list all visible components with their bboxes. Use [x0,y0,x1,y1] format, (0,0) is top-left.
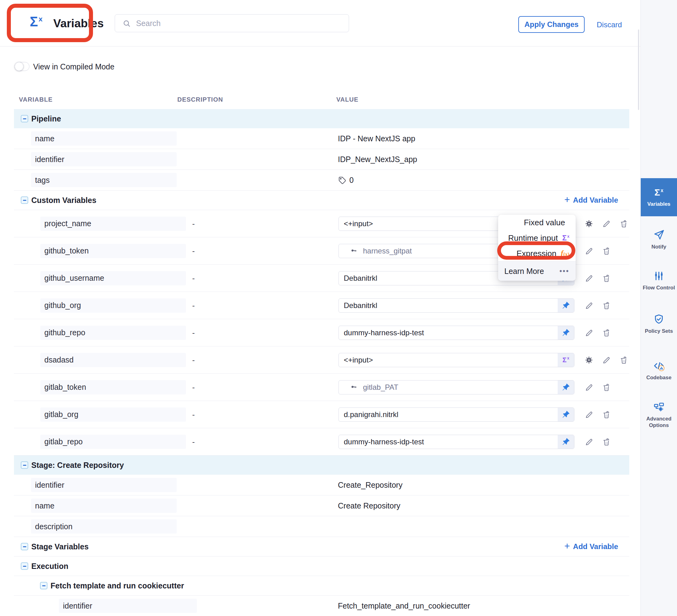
section-row-execution: Execution [14,557,629,576]
compiled-mode-label: View in Compiled Mode [33,62,115,71]
variable-description: - [192,410,195,419]
trash-icon[interactable] [602,274,611,283]
collapse-icon[interactable] [21,562,28,570]
variable-name: gitlab_repo [40,435,186,449]
search-icon [123,19,131,28]
pencil-icon[interactable] [584,246,594,256]
sidebar-item-policy-sets[interactable]: Policy Sets [641,314,677,334]
variable-name: github_org [40,298,186,313]
variable-name: name [31,499,177,513]
row-actions [584,410,611,419]
gear-icon[interactable] [584,356,594,365]
value-text: Debanitrkl [339,301,558,310]
row-actions [584,328,611,337]
trash-icon[interactable] [619,219,628,228]
value-input-gitlab_repo[interactable]: dummy-harness-idp-test [338,435,574,449]
trash-icon[interactable] [602,328,611,337]
value-input-github_org[interactable]: Debanitrkl [338,298,574,313]
collapse-icon[interactable] [21,543,28,550]
section-label: Fetch template and run cookiecutter [50,581,184,590]
trash-icon[interactable] [602,301,611,310]
apply-changes-button[interactable]: Apply Changes [518,16,585,33]
section-row-stage-create-repository: Stage: Create Repository [14,456,629,475]
variable-name: project_name [40,217,186,231]
collapse-icon[interactable] [21,461,28,469]
value-text: dummy-harness-idp-test [339,437,558,446]
trash-icon[interactable] [602,246,611,256]
trash-icon[interactable] [619,356,628,365]
pin-badge[interactable] [558,435,574,449]
collapse-icon[interactable] [40,582,47,589]
search-box[interactable] [115,14,349,32]
menu-item-fixed-value[interactable]: Fixed value [498,215,576,230]
value-text: gitlab_PAT [359,383,558,392]
scrollbar-thumb[interactable] [638,30,639,110]
pencil-icon[interactable] [584,437,594,446]
add-variable-button[interactable]: +Add Variable [565,542,619,551]
menu-item-runtime-input[interactable]: Runtime input Σx [498,230,576,246]
compiled-mode-toggle[interactable] [14,62,30,71]
variable-name: gitlab_token [40,380,186,394]
add-variable-label: Add Variable [573,542,618,551]
variable-value: 0 [338,176,354,185]
trash-icon[interactable] [602,383,611,392]
column-variable: VARIABLE [19,96,53,103]
table-row-gitlab_org: gitlab_org-d.panigrahi.nitrkl [14,401,629,428]
menu-item-expression[interactable]: Expression f(x) [498,246,576,261]
value-text: dummy-harness-idp-test [339,328,558,337]
variable-name: tags [31,173,177,187]
pencil-icon[interactable] [584,301,594,310]
sidebar-item-advanced-options[interactable]: Advanced Options [641,401,677,429]
value-input-gitlab_org[interactable]: d.panigrahi.nitrkl [338,408,574,422]
add-variable-button[interactable]: +Add Variable [565,196,619,204]
variable-description: - [192,356,195,364]
table-row-gitlab_repo: gitlab_repo-dummy-harness-idp-test [14,428,629,456]
variable-value: IDP_New_NextJS_app [338,155,417,164]
variable-name: description [31,519,177,533]
row-actions [584,437,611,446]
row-actions [584,356,628,365]
sidebar-item-codebase[interactable]: Codebase [641,360,677,381]
pencil-icon[interactable] [584,274,594,283]
trash-icon[interactable] [602,410,611,419]
pencil-icon[interactable] [602,356,611,365]
search-input[interactable] [135,18,349,28]
pin-badge[interactable] [558,299,574,312]
variable-name: name [31,131,177,146]
collapse-icon[interactable] [21,115,28,123]
pin-badge[interactable] [558,326,574,340]
pin-badge[interactable] [558,408,574,421]
sigma-icon: Σx [655,187,663,198]
page-title: Variables [53,17,104,30]
sidebar-item-variables[interactable]: ΣxVariables [641,178,677,216]
menu-learn-more[interactable]: Learn More ••• [498,261,576,281]
trash-icon[interactable] [602,437,611,446]
runtime-input-icon: Σx [562,234,570,242]
expression-icon: f(x) [561,249,570,258]
runtime-input-badge[interactable]: Σx [558,353,574,367]
variable-value: Create Repository [338,501,400,510]
pencil-icon[interactable] [584,410,594,419]
sidebar-item-label: Codebase [646,374,671,381]
table-header: VARIABLE DESCRIPTION VALUE [14,90,629,109]
row-actions [584,383,611,392]
plus-icon: + [565,541,570,551]
table-row-name: nameCreate Repository [14,495,629,516]
gear-icon[interactable] [584,219,594,228]
value-input-dsadasd[interactable]: <+input>Σx [338,353,574,367]
section-label: Custom Variables [31,196,96,205]
right-sidebar: ΣxVariablesNotifyFlow ControlPolicy Sets… [640,0,677,616]
pencil-icon[interactable] [584,328,594,337]
row-actions [584,301,611,310]
section-row-custom-variables: Custom Variables+Add Variable [14,191,629,210]
value-input-github_repo[interactable]: dummy-harness-idp-test [338,326,574,340]
sidebar-item-flow-control[interactable]: Flow Control [641,270,677,291]
sidebar-item-notify[interactable]: Notify [641,229,677,250]
pencil-icon[interactable] [584,383,594,392]
pin-badge[interactable] [558,380,574,394]
value-input-gitlab_token[interactable]: gitlab_PAT [338,380,574,394]
discard-button[interactable]: Discard [597,20,622,29]
header: Σx Variables Apply Changes Discard [0,0,640,46]
pencil-icon[interactable] [602,219,611,228]
collapse-icon[interactable] [21,196,28,204]
